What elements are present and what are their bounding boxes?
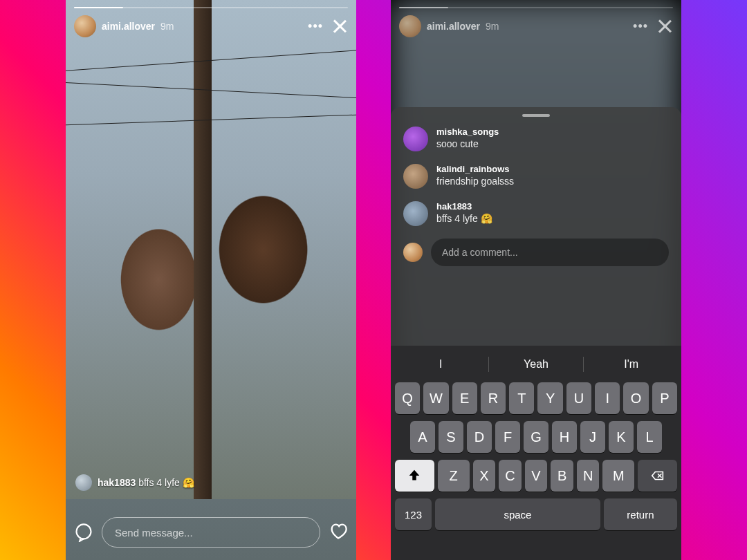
key-l[interactable]: L [637,421,662,453]
author-avatar [399,15,421,37]
shift-key[interactable] [395,460,434,492]
key-i[interactable]: I [595,382,620,414]
key-o[interactable]: O [623,382,648,414]
comments-icon[interactable] [74,523,93,542]
story-photo[interactable] [66,0,356,499]
comment-row[interactable]: kalindi_rainbows friendship goalsss [403,164,669,189]
keyboard: I Yeah I'm QWERTYUIOP ASDFGHJKL ZXCVBNM … [391,346,681,560]
key-b[interactable]: B [551,460,573,492]
author-username[interactable]: aimi.allover [102,21,155,32]
hug-emoji-icon: 🤗 [183,477,194,488]
commenter-avatar [403,127,428,151]
send-message-input[interactable] [102,517,320,548]
suggestion[interactable]: Yeah [489,358,584,371]
comment-row[interactable]: mishka_songs sooo cute [403,127,669,151]
key-p[interactable]: P [652,382,677,414]
suggestion[interactable]: I'm [584,358,679,371]
svg-point-0 [77,524,91,539]
commenter-avatar [403,201,428,226]
overlay-commenter-username: hak1883 [98,477,136,488]
key-z[interactable]: Z [438,460,470,492]
numbers-key[interactable]: 123 [395,498,432,530]
comment-row[interactable]: hak1883 bffs 4 lyfe 🤗 [403,201,669,226]
hug-emoji-icon: 🤗 [481,213,492,224]
commenter-username: hak1883 [436,201,492,212]
return-key[interactable]: return [604,498,677,530]
comment-text: sooo cute [436,138,499,149]
key-h[interactable]: H [552,421,577,453]
key-v[interactable]: V [525,460,548,492]
close-icon[interactable] [656,18,673,35]
key-n[interactable]: N [577,460,600,492]
overlay-comment[interactable]: hak1883 bffs 4 lyfe 🤗 [75,474,194,491]
story-header: aimi.allover 9m ••• [74,15,348,37]
key-e[interactable]: E [452,382,477,414]
comment-text: friendship goalsss [436,176,514,187]
story-time: 9m [486,21,499,32]
backspace-key[interactable] [638,460,677,492]
suggestion[interactable]: I [394,358,488,371]
key-a[interactable]: A [410,421,435,453]
more-options-icon: ••• [630,17,651,37]
comment-text: bffs 4 lyfe [436,213,478,224]
key-s[interactable]: S [439,421,463,453]
story-time: 9m [160,21,174,32]
key-y[interactable]: Y [537,382,562,414]
author-username: aimi.allover [427,21,480,32]
key-w[interactable]: W [423,382,448,414]
commenter-username: kalindi_rainbows [436,164,514,174]
key-d[interactable]: D [467,421,492,453]
my-avatar [403,243,423,262]
commenter-username: mishka_songs [436,127,499,137]
space-key[interactable]: space [435,498,600,530]
key-f[interactable]: F [495,421,520,453]
story-footer [74,517,348,548]
overlay-comment-text: bffs 4 lyfe [138,477,180,488]
story-phone-left: aimi.allover 9m ••• hak1883 bffs 4 lyfe … [66,0,356,560]
sheet-grabber[interactable] [522,114,550,117]
key-x[interactable]: X [473,460,496,492]
add-comment-input[interactable] [431,239,669,266]
key-m[interactable]: M [602,460,634,492]
keyboard-suggestions: I Yeah I'm [394,350,679,379]
comments-sheet[interactable]: mishka_songs sooo cute kalindi_rainbows … [391,107,681,346]
more-options-icon[interactable]: ••• [305,17,326,37]
story-header: aimi.allover 9m ••• [399,15,673,37]
key-k[interactable]: K [609,421,634,453]
author-avatar[interactable] [74,15,96,37]
key-q[interactable]: Q [395,382,420,414]
like-icon[interactable] [329,521,348,543]
story-progress-bar [399,7,673,8]
key-u[interactable]: U [566,382,591,414]
add-comment-row [403,239,669,266]
commenter-avatar [403,164,428,189]
close-icon[interactable] [331,18,348,35]
story-progress-bar[interactable] [74,7,348,8]
overlay-commenter-avatar [75,474,92,491]
key-r[interactable]: R [481,382,506,414]
key-j[interactable]: J [580,421,605,453]
key-c[interactable]: C [499,460,522,492]
story-phone-right: aimi.allover 9m ••• mishka_songs sooo cu… [391,0,681,560]
key-g[interactable]: G [524,421,548,453]
key-t[interactable]: T [509,382,534,414]
